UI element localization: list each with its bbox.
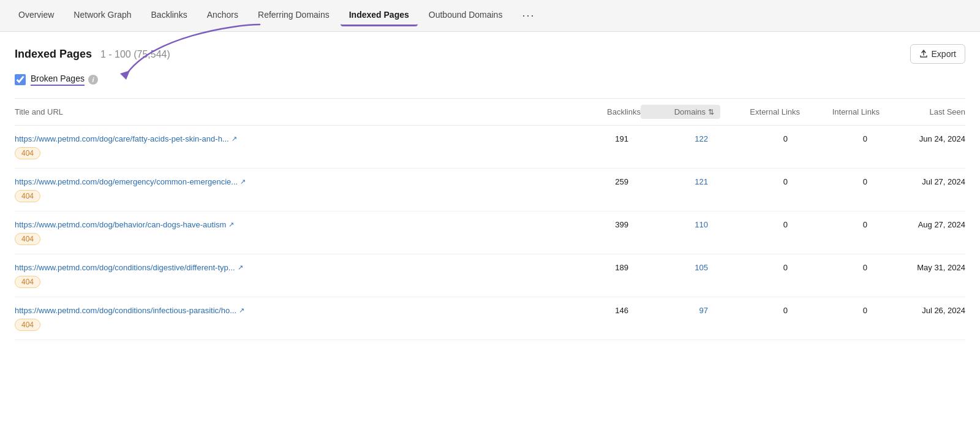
cell-backlinks: 399 — [567, 220, 641, 229]
url-link[interactable]: https://www.petmd.com/dog/emergency/comm… — [15, 177, 567, 186]
cell-internal-links: 0 — [800, 220, 880, 229]
export-label: Export — [932, 49, 956, 59]
url-text: https://www.petmd.com/dog/care/fatty-aci… — [15, 134, 229, 143]
cell-url: https://www.petmd.com/dog/behavior/can-d… — [15, 220, 567, 245]
table-row: https://www.petmd.com/dog/care/fatty-aci… — [15, 126, 965, 169]
cell-url: https://www.petmd.com/dog/emergency/comm… — [15, 177, 567, 202]
col-header-external-links: External Links — [720, 105, 800, 119]
table-row: https://www.petmd.com/dog/conditions/inf… — [15, 297, 965, 340]
info-icon[interactable]: i — [88, 75, 98, 85]
nav-more-button[interactable]: ··· — [513, 4, 543, 27]
cell-url: https://www.petmd.com/dog/care/fatty-aci… — [15, 134, 567, 159]
url-link[interactable]: https://www.petmd.com/dog/conditions/inf… — [15, 306, 567, 315]
col-header-url: Title and URL — [15, 105, 567, 119]
cell-backlinks: 146 — [567, 306, 641, 315]
table-body: https://www.petmd.com/dog/care/fatty-aci… — [15, 126, 965, 340]
page-title: Indexed Pages — [15, 48, 92, 60]
external-link-icon: ↗ — [228, 221, 234, 229]
table-row: https://www.petmd.com/dog/emergency/comm… — [15, 169, 965, 211]
nav-item-network-graph[interactable]: Network Graph — [65, 5, 140, 26]
status-badge: 404 — [15, 190, 40, 202]
broken-pages-label: Broken Pages — [31, 74, 85, 86]
cell-internal-links: 0 — [800, 263, 880, 272]
cell-domains: 121 — [641, 177, 720, 186]
cell-external-links: 0 — [720, 220, 800, 229]
cell-backlinks: 189 — [567, 263, 641, 272]
cell-domains: 110 — [641, 220, 720, 229]
nav-item-outbound-domains[interactable]: Outbound Domains — [420, 5, 511, 26]
col-header-last-seen: Last Seen — [880, 105, 965, 119]
url-text: https://www.petmd.com/dog/conditions/dig… — [15, 263, 235, 272]
table-row: https://www.petmd.com/dog/behavior/can-d… — [15, 211, 965, 254]
main-content: Indexed Pages 1 - 100 (75,544) Export Br… — [0, 32, 980, 352]
title-section: Indexed Pages 1 - 100 (75,544) — [15, 48, 170, 61]
url-text: https://www.petmd.com/dog/emergency/comm… — [15, 177, 238, 186]
broken-pages-filter[interactable]: Broken Pages — [15, 74, 85, 86]
cell-backlinks: 191 — [567, 134, 641, 143]
nav-item-referring-domains[interactable]: Referring Domains — [249, 5, 338, 26]
header-row: Indexed Pages 1 - 100 (75,544) Export — [15, 44, 965, 64]
status-badge: 404 — [15, 147, 40, 159]
export-button[interactable]: Export — [910, 44, 965, 64]
status-badge: 404 — [15, 233, 40, 245]
nav-bar: Overview Network Graph Backlinks Anchors… — [0, 0, 980, 32]
svg-marker-0 — [120, 70, 130, 80]
url-link[interactable]: https://www.petmd.com/dog/care/fatty-aci… — [15, 134, 567, 143]
page-count: 1 - 100 (75,544) — [100, 49, 170, 59]
cell-internal-links: 0 — [800, 177, 880, 186]
external-link-icon: ↗ — [232, 135, 237, 143]
cell-domains: 122 — [641, 134, 720, 143]
col-header-internal-links: Internal Links — [800, 105, 880, 119]
cell-url: https://www.petmd.com/dog/conditions/dig… — [15, 263, 567, 288]
url-link[interactable]: https://www.petmd.com/dog/conditions/dig… — [15, 263, 567, 272]
url-text: https://www.petmd.com/dog/behavior/can-d… — [15, 220, 226, 229]
url-link[interactable]: https://www.petmd.com/dog/behavior/can-d… — [15, 220, 567, 229]
filter-row: Broken Pages i — [15, 74, 965, 86]
cell-domains: 105 — [641, 263, 720, 272]
external-link-icon: ↗ — [239, 306, 244, 314]
cell-last-seen: Jul 27, 2024 — [880, 177, 965, 186]
cell-external-links: 0 — [720, 306, 800, 315]
nav-item-anchors[interactable]: Anchors — [198, 5, 247, 26]
broken-pages-checkbox[interactable] — [15, 74, 26, 85]
url-text: https://www.petmd.com/dog/conditions/inf… — [15, 306, 236, 315]
cell-last-seen: Jul 26, 2024 — [880, 306, 965, 315]
sort-icon: ⇅ — [708, 108, 714, 116]
cell-domains: 97 — [641, 306, 720, 315]
col-header-domains[interactable]: Domains ⇅ — [641, 105, 720, 119]
cell-backlinks: 259 — [567, 177, 641, 186]
cell-internal-links: 0 — [800, 134, 880, 143]
nav-item-indexed-pages[interactable]: Indexed Pages — [341, 5, 418, 26]
external-link-icon: ↗ — [238, 264, 243, 272]
cell-external-links: 0 — [720, 263, 800, 272]
cell-last-seen: Aug 27, 2024 — [880, 220, 965, 229]
export-icon — [919, 50, 928, 58]
table-header: Title and URL Backlinks Domains ⇅ Extern… — [15, 99, 965, 126]
table-row: https://www.petmd.com/dog/conditions/dig… — [15, 254, 965, 297]
status-badge: 404 — [15, 319, 40, 331]
external-link-icon: ↗ — [240, 178, 246, 186]
nav-item-overview[interactable]: Overview — [10, 5, 62, 26]
cell-url: https://www.petmd.com/dog/conditions/inf… — [15, 306, 567, 331]
col-header-backlinks: Backlinks — [567, 105, 641, 119]
cell-external-links: 0 — [720, 134, 800, 143]
cell-internal-links: 0 — [800, 306, 880, 315]
cell-last-seen: Jun 24, 2024 — [880, 134, 965, 143]
cell-external-links: 0 — [720, 177, 800, 186]
cell-last-seen: May 31, 2024 — [880, 263, 965, 272]
nav-item-backlinks[interactable]: Backlinks — [143, 5, 196, 26]
status-badge: 404 — [15, 276, 40, 288]
data-table: Title and URL Backlinks Domains ⇅ Extern… — [15, 98, 965, 340]
